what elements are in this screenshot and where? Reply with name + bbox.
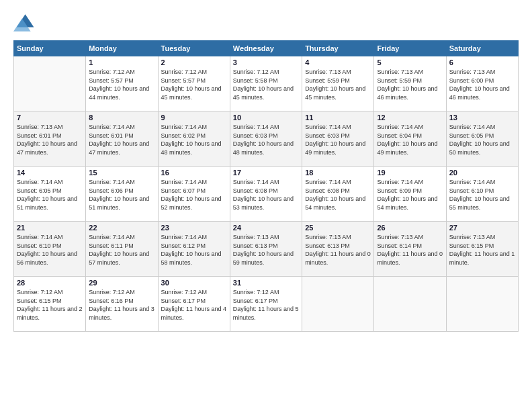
day-info: Sunrise: 7:14 AMSunset: 6:12 PMDaylight:… — [161, 233, 227, 267]
day-number: 28 — [17, 279, 83, 287]
day-info: Sunrise: 7:14 AMSunset: 6:03 PMDaylight:… — [233, 123, 299, 156]
day-info: Sunrise: 7:14 AMSunset: 6:08 PMDaylight:… — [233, 178, 299, 212]
day-number: 29 — [89, 279, 154, 287]
day-info: Sunrise: 7:12 AMSunset: 6:17 PMDaylight:… — [161, 288, 227, 322]
calendar-day-14: 14Sunrise: 7:14 AMSunset: 6:05 PMDayligh… — [14, 167, 86, 222]
day-number: 6 — [449, 58, 515, 66]
day-info: Sunrise: 7:12 AMSunset: 5:57 PMDaylight:… — [89, 68, 154, 101]
calendar-day-28: 28Sunrise: 7:12 AMSunset: 6:15 PMDayligh… — [14, 277, 86, 332]
day-info: Sunrise: 7:13 AMSunset: 6:14 PMDaylight:… — [377, 233, 443, 267]
calendar-day-16: 16Sunrise: 7:14 AMSunset: 6:07 PMDayligh… — [158, 167, 230, 222]
calendar-day-1: 1Sunrise: 7:12 AMSunset: 5:57 PMDaylight… — [86, 56, 158, 111]
day-info: Sunrise: 7:14 AMSunset: 6:08 PMDaylight:… — [305, 178, 371, 212]
weekday-header-thursday: Thursday — [302, 41, 374, 56]
logo — [13, 12, 38, 34]
weekday-header-row: SundayMondayTuesdayWednesdayThursdayFrid… — [14, 41, 519, 56]
day-number: 4 — [305, 58, 371, 66]
day-info: Sunrise: 7:12 AMSunset: 5:58 PMDaylight:… — [233, 68, 299, 101]
day-number: 30 — [161, 279, 227, 287]
calendar-day-7: 7Sunrise: 7:13 AMSunset: 6:01 PMDaylight… — [14, 111, 86, 167]
day-info: Sunrise: 7:12 AMSunset: 6:17 PMDaylight:… — [233, 288, 299, 322]
day-info: Sunrise: 7:14 AMSunset: 6:09 PMDaylight:… — [377, 178, 443, 212]
calendar-day-25: 25Sunrise: 7:13 AMSunset: 6:13 PMDayligh… — [302, 222, 374, 277]
day-number: 5 — [377, 58, 443, 66]
day-number: 8 — [89, 113, 154, 122]
calendar-day-23: 23Sunrise: 7:14 AMSunset: 6:12 PMDayligh… — [158, 222, 230, 277]
header — [13, 12, 519, 34]
day-info: Sunrise: 7:14 AMSunset: 6:05 PMDaylight:… — [17, 178, 83, 212]
day-number: 11 — [305, 113, 371, 122]
day-info: Sunrise: 7:14 AMSunset: 6:10 PMDaylight:… — [17, 233, 83, 267]
calendar-day-empty — [446, 277, 518, 332]
calendar-week-row-3: 14Sunrise: 7:14 AMSunset: 6:05 PMDayligh… — [14, 167, 519, 222]
day-info: Sunrise: 7:14 AMSunset: 6:01 PMDaylight:… — [89, 123, 154, 156]
calendar-day-21: 21Sunrise: 7:14 AMSunset: 6:10 PMDayligh… — [14, 222, 86, 277]
day-info: Sunrise: 7:14 AMSunset: 6:02 PMDaylight:… — [161, 123, 227, 156]
day-number: 24 — [233, 224, 299, 232]
day-info: Sunrise: 7:12 AMSunset: 6:16 PMDaylight:… — [89, 288, 154, 322]
calendar-day-20: 20Sunrise: 7:14 AMSunset: 6:10 PMDayligh… — [446, 167, 518, 222]
day-number: 3 — [233, 58, 299, 66]
calendar-week-row-5: 28Sunrise: 7:12 AMSunset: 6:15 PMDayligh… — [14, 277, 519, 332]
calendar-day-31: 31Sunrise: 7:12 AMSunset: 6:17 PMDayligh… — [230, 277, 302, 332]
day-number: 31 — [233, 279, 299, 287]
weekday-header-tuesday: Tuesday — [158, 41, 230, 56]
calendar-day-8: 8Sunrise: 7:14 AMSunset: 6:01 PMDaylight… — [86, 111, 158, 167]
day-number: 17 — [233, 169, 299, 177]
weekday-header-friday: Friday — [374, 41, 446, 56]
calendar-day-29: 29Sunrise: 7:12 AMSunset: 6:16 PMDayligh… — [86, 277, 158, 332]
calendar-day-4: 4Sunrise: 7:13 AMSunset: 5:59 PMDaylight… — [302, 56, 374, 111]
calendar-day-13: 13Sunrise: 7:14 AMSunset: 6:05 PMDayligh… — [446, 111, 518, 167]
calendar-day-2: 2Sunrise: 7:12 AMSunset: 5:57 PMDaylight… — [158, 56, 230, 111]
calendar-table: SundayMondayTuesdayWednesdayThursdayFrid… — [13, 40, 519, 332]
day-info: Sunrise: 7:13 AMSunset: 6:13 PMDaylight:… — [305, 233, 371, 267]
logo-icon — [13, 12, 35, 34]
calendar-day-24: 24Sunrise: 7:13 AMSunset: 6:13 PMDayligh… — [230, 222, 302, 277]
day-info: Sunrise: 7:13 AMSunset: 6:00 PMDaylight:… — [449, 68, 515, 101]
calendar-day-26: 26Sunrise: 7:13 AMSunset: 6:14 PMDayligh… — [374, 222, 446, 277]
weekday-header-monday: Monday — [86, 41, 158, 56]
calendar-day-11: 11Sunrise: 7:14 AMSunset: 6:03 PMDayligh… — [302, 111, 374, 167]
day-number: 9 — [161, 113, 227, 122]
day-info: Sunrise: 7:13 AMSunset: 6:13 PMDaylight:… — [233, 233, 299, 267]
day-number: 13 — [449, 113, 515, 122]
calendar-day-19: 19Sunrise: 7:14 AMSunset: 6:09 PMDayligh… — [374, 167, 446, 222]
weekday-header-saturday: Saturday — [446, 41, 518, 56]
day-number: 26 — [377, 224, 443, 232]
day-info: Sunrise: 7:14 AMSunset: 6:03 PMDaylight:… — [305, 123, 371, 156]
calendar-day-15: 15Sunrise: 7:14 AMSunset: 6:06 PMDayligh… — [86, 167, 158, 222]
day-number: 23 — [161, 224, 227, 232]
day-info: Sunrise: 7:14 AMSunset: 6:05 PMDaylight:… — [449, 123, 515, 156]
day-number: 19 — [377, 169, 443, 177]
day-info: Sunrise: 7:13 AMSunset: 5:59 PMDaylight:… — [377, 68, 443, 101]
day-number: 14 — [17, 169, 83, 177]
day-number: 15 — [89, 169, 154, 177]
calendar-day-12: 12Sunrise: 7:14 AMSunset: 6:04 PMDayligh… — [374, 111, 446, 167]
day-info: Sunrise: 7:12 AMSunset: 6:15 PMDaylight:… — [17, 288, 83, 322]
calendar-day-27: 27Sunrise: 7:13 AMSunset: 6:15 PMDayligh… — [446, 222, 518, 277]
day-number: 7 — [17, 113, 83, 122]
calendar-week-row-4: 21Sunrise: 7:14 AMSunset: 6:10 PMDayligh… — [14, 222, 519, 277]
calendar-day-18: 18Sunrise: 7:14 AMSunset: 6:08 PMDayligh… — [302, 167, 374, 222]
day-info: Sunrise: 7:14 AMSunset: 6:10 PMDaylight:… — [449, 178, 515, 212]
calendar-day-9: 9Sunrise: 7:14 AMSunset: 6:02 PMDaylight… — [158, 111, 230, 167]
calendar-week-row-1: 1Sunrise: 7:12 AMSunset: 5:57 PMDaylight… — [14, 56, 519, 111]
day-info: Sunrise: 7:14 AMSunset: 6:04 PMDaylight:… — [377, 123, 443, 156]
calendar-week-row-2: 7Sunrise: 7:13 AMSunset: 6:01 PMDaylight… — [14, 111, 519, 167]
calendar-day-17: 17Sunrise: 7:14 AMSunset: 6:08 PMDayligh… — [230, 167, 302, 222]
day-info: Sunrise: 7:13 AMSunset: 6:15 PMDaylight:… — [449, 233, 515, 267]
weekday-header-wednesday: Wednesday — [230, 41, 302, 56]
day-number: 16 — [161, 169, 227, 177]
day-info: Sunrise: 7:14 AMSunset: 6:06 PMDaylight:… — [89, 178, 154, 212]
day-info: Sunrise: 7:13 AMSunset: 6:01 PMDaylight:… — [17, 123, 83, 156]
calendar-day-3: 3Sunrise: 7:12 AMSunset: 5:58 PMDaylight… — [230, 56, 302, 111]
calendar-day-22: 22Sunrise: 7:14 AMSunset: 6:11 PMDayligh… — [86, 222, 158, 277]
day-info: Sunrise: 7:14 AMSunset: 6:11 PMDaylight:… — [89, 233, 154, 267]
calendar-day-10: 10Sunrise: 7:14 AMSunset: 6:03 PMDayligh… — [230, 111, 302, 167]
day-number: 27 — [449, 224, 515, 232]
calendar-day-5: 5Sunrise: 7:13 AMSunset: 5:59 PMDaylight… — [374, 56, 446, 111]
page: SundayMondayTuesdayWednesdayThursdayFrid… — [0, 0, 532, 411]
calendar-day-6: 6Sunrise: 7:13 AMSunset: 6:00 PMDaylight… — [446, 56, 518, 111]
day-number: 20 — [449, 169, 515, 177]
day-number: 10 — [233, 113, 299, 122]
